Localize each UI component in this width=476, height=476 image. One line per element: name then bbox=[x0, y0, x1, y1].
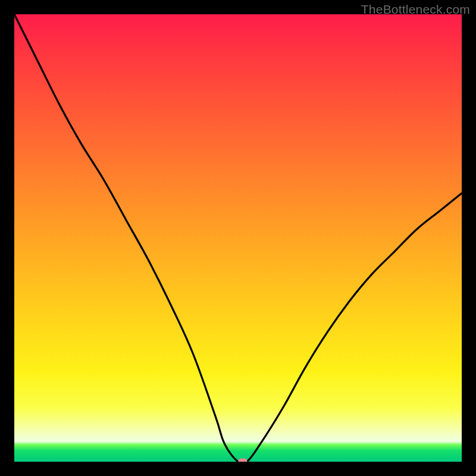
chart-frame: TheBottleneck.com bbox=[0, 0, 476, 476]
plot-area bbox=[14, 14, 462, 462]
optimal-point-marker bbox=[238, 459, 247, 462]
bottleneck-curve bbox=[14, 14, 462, 462]
watermark-text: TheBottleneck.com bbox=[361, 2, 470, 17]
